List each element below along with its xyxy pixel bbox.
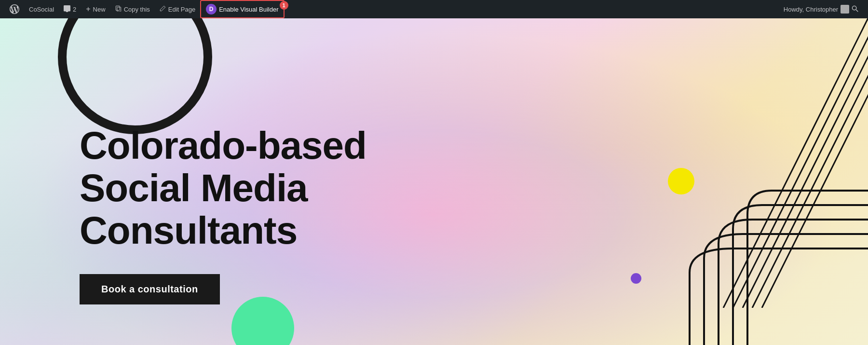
new-label: New — [93, 6, 106, 13]
copy-icon — [115, 5, 122, 13]
user-greeting-area: Howdy, Christopher — [779, 5, 863, 14]
svg-rect-0 — [117, 7, 121, 12]
new-content-button[interactable]: + New — [81, 0, 110, 18]
comments-count: 2 — [73, 6, 76, 13]
edit-icon — [160, 5, 166, 13]
page-content: Colorado-basedSocial MediaConsultants Bo… — [0, 18, 868, 345]
svg-rect-1 — [116, 6, 120, 10]
admin-bar: CoSocial 2 + New Copy this Edit Page D E… — [0, 0, 868, 18]
enable-visual-builder-label: Enable Visual Builder — [219, 6, 278, 13]
svg-line-3 — [856, 10, 858, 12]
search-icon[interactable] — [852, 5, 858, 14]
hero-cta-area: Book a consultation — [80, 274, 220, 304]
edit-page-button[interactable]: Edit Page — [155, 0, 200, 18]
copy-label: Copy this — [124, 6, 150, 13]
hero-headline: Colorado-basedSocial MediaConsultants — [80, 124, 366, 252]
enable-visual-builder-button[interactable]: D Enable Visual Builder — [200, 0, 284, 18]
user-greeting-text: Howdy, Christopher — [784, 6, 838, 13]
yellow-dot-decoration — [668, 168, 694, 194]
user-avatar[interactable] — [841, 5, 849, 14]
site-name-button[interactable]: CoSocial — [24, 0, 59, 18]
plus-icon: + — [86, 5, 90, 14]
hero-headline-text: Colorado-basedSocial MediaConsultants — [80, 124, 366, 252]
purple-dot-decoration — [631, 273, 641, 284]
copy-this-button[interactable]: Copy this — [110, 0, 155, 18]
hero-section: Colorado-basedSocial MediaConsultants Bo… — [0, 18, 868, 345]
circuit-lines — [530, 152, 868, 345]
edit-page-label: Edit Page — [168, 6, 195, 13]
wp-logo-button[interactable] — [5, 0, 24, 18]
visual-builder-badge: 1 — [280, 1, 288, 10]
divi-icon: D — [206, 4, 217, 14]
enable-visual-builder-wrapper: D Enable Visual Builder 1 — [200, 0, 284, 18]
svg-point-2 — [852, 6, 856, 10]
site-name-label: CoSocial — [29, 6, 54, 13]
comments-button[interactable]: 2 — [59, 0, 81, 18]
comment-icon — [64, 5, 70, 14]
book-consultation-button[interactable]: Book a consultation — [80, 274, 220, 304]
